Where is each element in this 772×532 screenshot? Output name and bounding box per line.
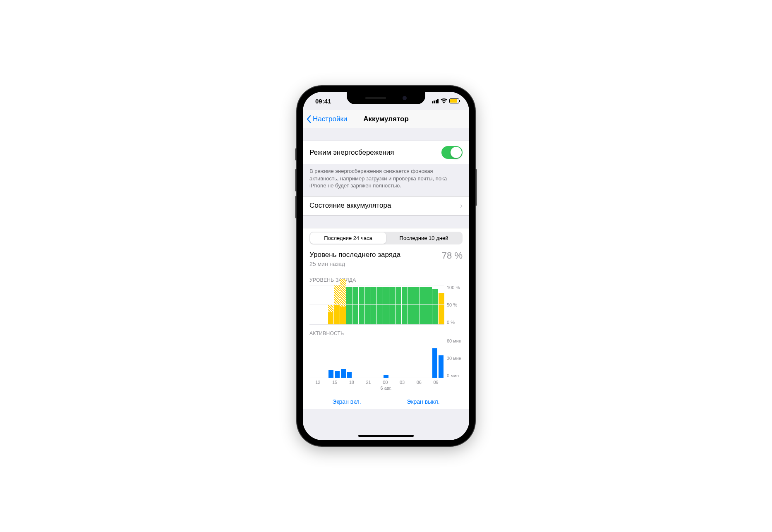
activity-chart: АКТИВНОСТЬ 60 мин 30 мин 0 мин 12 15 18	[303, 325, 469, 394]
legend-screen-on[interactable]: Экран вкл.	[332, 398, 361, 405]
volume-down	[295, 196, 297, 218]
last-charge-value: 78 %	[442, 250, 463, 261]
page-title: Аккумулятор	[363, 115, 409, 123]
chart2-yaxis: 60 мин 30 мин 0 мин	[444, 339, 463, 378]
chevron-right-icon: ›	[460, 201, 463, 210]
segment-10d[interactable]: Последние 10 дней	[386, 232, 462, 244]
legend: Экран вкл. Экран выкл.	[303, 394, 469, 409]
low-power-mode-cell[interactable]: Режим энергосбережения	[303, 141, 469, 164]
status-time: 09:41	[315, 98, 331, 105]
x-axis-date: 6 авг.	[309, 386, 463, 394]
x-axis: 12 15 18 21 00 03 06 09	[309, 378, 463, 386]
chart1-yaxis: 100 % 50 % 0 %	[444, 285, 463, 325]
volume-up	[295, 169, 297, 192]
wifi-icon	[441, 98, 447, 103]
chart2-bars[interactable]	[309, 339, 444, 378]
battery-level-chart: УРОВЕНЬ ЗАРЯДА 100 % 50 % 0 %	[303, 271, 469, 325]
home-indicator[interactable]	[358, 435, 414, 437]
time-range-segmented[interactable]: Последние 24 часа Последние 10 дней	[309, 232, 463, 244]
chart1-bars[interactable]	[309, 285, 444, 325]
last-charge-title: Уровень последнего заряда	[309, 250, 400, 259]
back-label: Настройки	[313, 115, 347, 123]
back-button[interactable]: Настройки	[306, 115, 347, 123]
chevron-left-icon	[306, 115, 311, 123]
mute-switch	[295, 148, 297, 161]
power-button	[475, 169, 477, 206]
battery-health-cell[interactable]: Состояние аккумулятора ›	[303, 196, 469, 216]
chart1-title: УРОВЕНЬ ЗАРЯДА	[309, 277, 463, 283]
notch	[347, 92, 425, 104]
speaker	[365, 97, 386, 99]
low-power-label: Режим энергосбережения	[309, 149, 394, 157]
nav-bar: Настройки Аккумулятор	[303, 110, 469, 128]
front-camera	[403, 96, 407, 100]
battery-health-label: Состояние аккумулятора	[309, 201, 391, 210]
segment-24h[interactable]: Последние 24 часа	[310, 232, 386, 244]
legend-screen-off[interactable]: Экран выкл.	[407, 398, 439, 405]
last-charge-sub: 25 мин назад	[309, 261, 400, 267]
cellular-icon	[432, 99, 439, 103]
low-power-footer: В режиме энергосбережения снижается фоно…	[303, 164, 469, 196]
low-power-toggle[interactable]	[441, 146, 463, 159]
phone-frame: 09:41 Настройки Аккумулятор Режим эне	[297, 86, 475, 446]
screen: 09:41 Настройки Аккумулятор Режим эне	[303, 92, 469, 440]
chart2-title: АКТИВНОСТЬ	[309, 331, 463, 336]
last-charge-row: Уровень последнего заряда 25 мин назад 7…	[309, 250, 463, 267]
content-scroll[interactable]: Режим энергосбережения В режиме энергосб…	[303, 128, 469, 440]
battery-icon	[449, 98, 459, 103]
